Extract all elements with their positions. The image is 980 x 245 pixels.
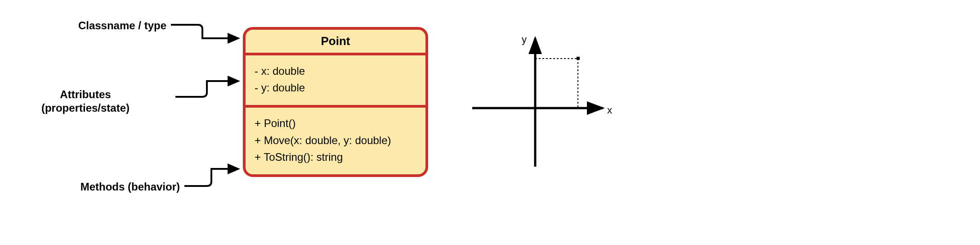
class-title: Point xyxy=(246,30,425,53)
class-methods: + Point() + Move(x: double, y: double) +… xyxy=(246,108,425,174)
axis-label-x: x xyxy=(607,104,612,116)
coordinate-axes: x y xyxy=(468,32,621,176)
method-item: + Point() xyxy=(255,115,416,132)
method-item: + Move(x: double, y: double) xyxy=(255,132,416,149)
label-methods: Methods (behavior) xyxy=(0,180,180,194)
label-classname: Classname / type xyxy=(0,19,166,32)
svg-rect-4 xyxy=(577,57,580,60)
class-attributes: - x: double - y: double xyxy=(246,55,425,105)
attribute-item: - y: double xyxy=(255,79,416,96)
label-attributes: Attributes (properties/state) xyxy=(0,88,171,115)
uml-class-box: Point - x: double - y: double + Point() … xyxy=(243,27,428,177)
method-item: + ToString(): string xyxy=(255,149,416,165)
axis-label-y: y xyxy=(522,34,527,45)
attribute-item: - x: double xyxy=(255,63,416,79)
